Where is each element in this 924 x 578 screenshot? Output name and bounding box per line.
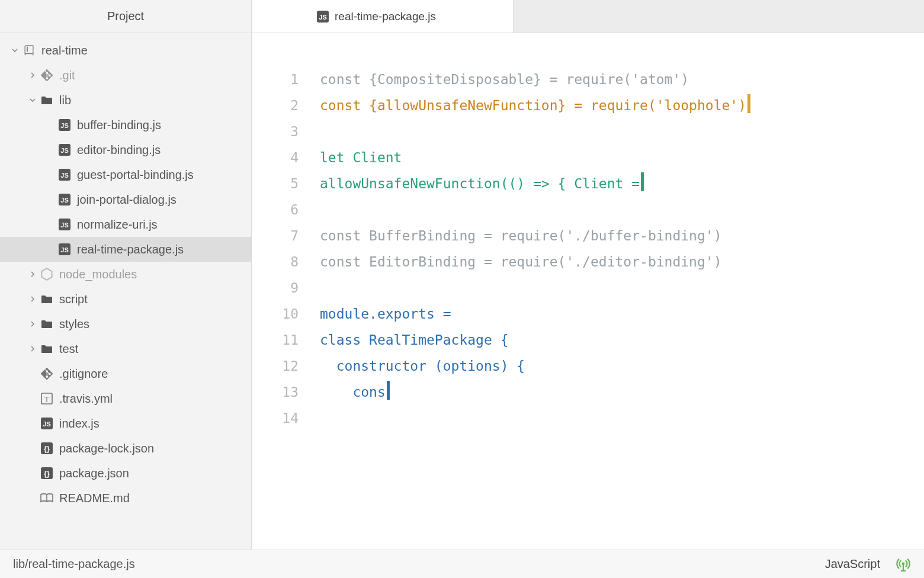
collab-cursor-orange xyxy=(747,94,750,113)
status-bar: lib/real-time-package.js JavaScript xyxy=(0,550,924,578)
tree-item-label: test xyxy=(59,342,78,356)
js-icon: JS xyxy=(40,417,53,430)
code-line[interactable]: class RealTimePackage { xyxy=(320,327,924,353)
tree-item-node-modules[interactable]: node_modules xyxy=(0,262,251,287)
code-line[interactable] xyxy=(320,118,924,144)
code-line[interactable] xyxy=(320,405,924,431)
tree-item-guest-portal-binding-js[interactable]: JSguest-portal-binding.js xyxy=(0,162,251,187)
tree-item--travis-yml[interactable]: T.travis.yml xyxy=(0,386,251,411)
git-icon xyxy=(40,367,53,380)
tree-item-package-lock-json[interactable]: {}package-lock.json xyxy=(0,436,251,461)
tree-item-script[interactable]: script xyxy=(0,287,251,312)
js-file-icon: JS xyxy=(317,11,329,23)
code-line[interactable]: module.exports = xyxy=(320,301,924,327)
tree-item-test[interactable]: test xyxy=(0,336,251,361)
broadcast-tower-icon[interactable] xyxy=(896,557,911,572)
code-line[interactable]: let Client xyxy=(320,144,924,171)
code-line[interactable] xyxy=(320,197,924,223)
line-number[interactable]: 6 xyxy=(252,197,299,223)
tree-item-label: package.json xyxy=(59,467,129,480)
code-line[interactable]: const EditorBinding = require('./editor-… xyxy=(320,249,924,275)
code-line[interactable]: allowUnsafeNewFunction(() => { Client = xyxy=(320,171,924,197)
chevron-icon[interactable] xyxy=(28,296,37,302)
status-language[interactable]: JavaScript xyxy=(825,557,880,571)
line-number-gutter[interactable]: 1234567891011121314 xyxy=(252,66,320,550)
file-tree[interactable]: real-time.gitlibJSbuffer-binding.jsJSedi… xyxy=(0,33,251,550)
svg-text:JS: JS xyxy=(60,122,68,129)
line-number[interactable]: 11 xyxy=(252,327,299,353)
tree-item-readme-md[interactable]: README.md xyxy=(0,486,251,510)
svg-text:JS: JS xyxy=(60,147,68,154)
folder-icon xyxy=(40,342,53,355)
line-number[interactable]: 4 xyxy=(252,144,299,171)
chevron-icon[interactable] xyxy=(28,72,37,78)
tree-item-editor-binding-js[interactable]: JSeditor-binding.js xyxy=(0,137,251,162)
svg-text:T: T xyxy=(44,394,49,403)
js-icon: JS xyxy=(58,243,71,256)
tree-item--git[interactable]: .git xyxy=(0,63,251,88)
svg-rect-0 xyxy=(27,47,28,52)
tree-item-label: real-time-package.js xyxy=(77,243,184,256)
text-editor[interactable]: 1234567891011121314 const {CompositeDisp… xyxy=(252,33,924,550)
js-icon: JS xyxy=(58,218,71,231)
line-number[interactable]: 8 xyxy=(252,249,299,275)
chevron-icon[interactable] xyxy=(11,47,19,53)
tree-item-real-time[interactable]: real-time xyxy=(0,38,251,63)
tree-item-index-js[interactable]: JSindex.js xyxy=(0,411,251,436)
line-number[interactable]: 14 xyxy=(252,405,299,431)
line-number[interactable]: 5 xyxy=(252,171,299,197)
chevron-icon[interactable] xyxy=(28,97,37,103)
line-number[interactable]: 3 xyxy=(252,118,299,144)
tree-item-lib[interactable]: lib xyxy=(0,88,251,113)
svg-text:JS: JS xyxy=(60,197,68,204)
tree-item-label: real-time xyxy=(41,44,88,57)
tree-item-label: normalize-uri.js xyxy=(77,218,158,232)
code-area[interactable]: const {CompositeDisposable} = require('a… xyxy=(320,66,924,550)
tree-item-styles[interactable]: styles xyxy=(0,312,251,336)
tree-item-label: join-portal-dialog.js xyxy=(77,193,177,207)
line-number[interactable]: 13 xyxy=(252,379,299,405)
tree-item-package-json[interactable]: {}package.json xyxy=(0,461,251,486)
line-number[interactable]: 7 xyxy=(252,223,299,249)
tree-item-label: .gitignore xyxy=(59,367,108,381)
code-line[interactable]: constructor (options) { xyxy=(320,353,924,379)
line-number[interactable]: 2 xyxy=(252,92,299,118)
chevron-icon[interactable] xyxy=(28,346,37,352)
svg-text:JS: JS xyxy=(43,420,50,428)
brackets-icon: {} xyxy=(40,442,53,455)
svg-text:JS: JS xyxy=(319,13,326,20)
git-icon xyxy=(40,69,53,82)
code-token: constructor (options) { xyxy=(320,358,525,374)
status-file-path: lib/real-time-package.js xyxy=(13,557,135,571)
code-token: const EditorBinding = require('./editor-… xyxy=(320,254,722,269)
svg-text:{}: {} xyxy=(44,469,50,478)
code-token: const {allowUnsafeNewFunction} = require… xyxy=(320,98,746,113)
code-token: allowUnsafeNewFunction(() => { Client = xyxy=(320,176,640,191)
code-line[interactable] xyxy=(320,275,924,301)
tab-bar[interactable]: JS real-time-package.js xyxy=(252,0,924,33)
code-line[interactable]: const {CompositeDisposable} = require('a… xyxy=(320,66,924,92)
code-line[interactable]: cons xyxy=(320,379,924,405)
tab-active[interactable]: JS real-time-package.js xyxy=(252,0,514,33)
chevron-icon[interactable] xyxy=(28,271,37,277)
tree-item-normalize-uri-js[interactable]: JSnormalize-uri.js xyxy=(0,212,251,237)
folder-icon xyxy=(40,94,53,107)
tree-item-real-time-package-js[interactable]: JSreal-time-package.js xyxy=(0,237,251,262)
line-number[interactable]: 12 xyxy=(252,353,299,379)
travis-icon: T xyxy=(40,392,53,405)
tree-item--gitignore[interactable]: .gitignore xyxy=(0,361,251,386)
sidebar-title: Project xyxy=(0,0,251,33)
svg-text:JS: JS xyxy=(60,221,68,229)
chevron-icon[interactable] xyxy=(28,321,37,327)
line-number[interactable]: 9 xyxy=(252,275,299,301)
line-number[interactable]: 1 xyxy=(252,66,299,92)
tree-item-label: index.js xyxy=(59,417,100,431)
tab-label: real-time-package.js xyxy=(335,10,436,23)
tree-item-label: .travis.yml xyxy=(59,392,113,406)
code-line[interactable]: const BufferBinding = require('./buffer-… xyxy=(320,223,924,249)
code-token: module.exports = xyxy=(320,306,451,322)
code-line[interactable]: const {allowUnsafeNewFunction} = require… xyxy=(320,92,924,118)
line-number[interactable]: 10 xyxy=(252,301,299,327)
tree-item-join-portal-dialog-js[interactable]: JSjoin-portal-dialog.js xyxy=(0,187,251,212)
tree-item-buffer-binding-js[interactable]: JSbuffer-binding.js xyxy=(0,113,251,137)
